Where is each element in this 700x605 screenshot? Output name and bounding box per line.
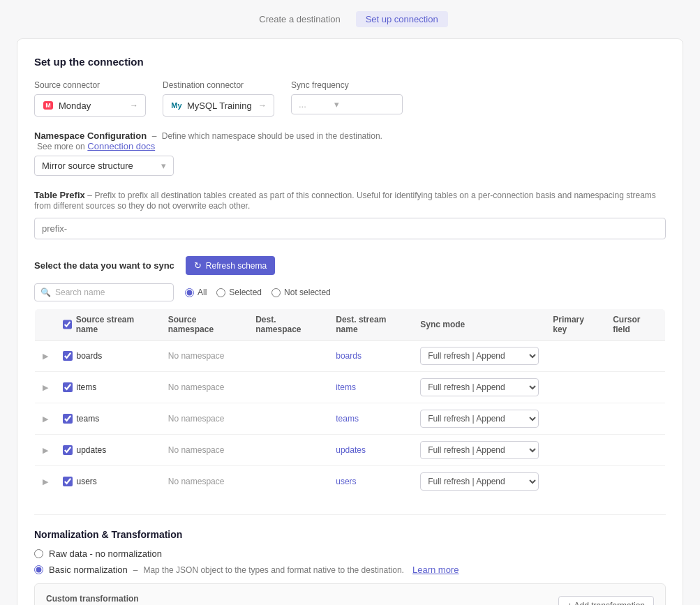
raw-data-option[interactable]: Raw data - no normalization xyxy=(34,548,666,559)
th-sync-mode: Sync mode xyxy=(413,309,546,341)
stream-name-2: teams xyxy=(77,414,100,424)
mysql-icon: My xyxy=(170,99,183,112)
stream-name-0: boards xyxy=(77,351,103,361)
source-namespace-3: No namespace xyxy=(161,435,248,466)
basic-normalization-radio[interactable] xyxy=(34,565,43,574)
source-connector-block: Source connector M Monday → xyxy=(34,80,146,117)
add-transformation-button[interactable]: + Add transformation xyxy=(558,596,654,606)
destination-connector-selector[interactable]: My MySQL Training → xyxy=(163,94,274,117)
primary-key-1 xyxy=(546,372,606,403)
source-arrow-icon: → xyxy=(130,100,138,110)
stream-checkbox-3[interactable] xyxy=(63,445,73,455)
cursor-field-2 xyxy=(606,403,665,435)
namespace-config-dash: – xyxy=(152,131,159,141)
th-source-stream-label: Source stream name xyxy=(76,315,154,334)
row-expander-4[interactable]: ▶ xyxy=(43,477,48,486)
namespace-chevron: ▾ xyxy=(161,160,166,171)
streams-table-body: ▶ boards No namespace boards Full refres… xyxy=(35,341,666,498)
filter-all[interactable]: All xyxy=(185,287,207,297)
search-box[interactable]: 🔍 xyxy=(34,283,174,301)
sync-frequency-chevron: ▾ xyxy=(334,99,339,110)
dest-namespace-2 xyxy=(248,403,329,435)
sync-frequency-label: Sync frequency xyxy=(291,80,403,90)
refresh-icon: ↻ xyxy=(194,260,202,271)
filter-selected-label: Selected xyxy=(229,287,262,297)
filter-not-selected-radio[interactable] xyxy=(271,288,281,297)
raw-data-label: Raw data - no normalization xyxy=(49,548,162,559)
namespace-see-more: See more on xyxy=(37,142,85,151)
stream-name-4: users xyxy=(77,477,97,486)
sync-frequency-selector[interactable]: ... ▾ xyxy=(291,94,403,114)
select-data-header: Select the data you want to sync ↻ Refre… xyxy=(34,256,666,275)
nav-setup-connection[interactable]: Set up connection xyxy=(356,11,448,27)
refresh-schema-button[interactable]: ↻ Refresh schema xyxy=(186,256,275,275)
streams-table-header: Source stream name Source namespace Dest… xyxy=(35,309,666,341)
cursor-field-1 xyxy=(606,372,665,403)
namespace-config-desc: Define which namespace should be used in… xyxy=(162,131,382,141)
learn-more-link[interactable]: Learn more xyxy=(412,565,459,575)
namespace-docs-link[interactable]: Connection docs xyxy=(87,141,155,151)
basic-normalization-option[interactable]: Basic normalization – Map the JSON objec… xyxy=(34,565,666,575)
dest-namespace-1 xyxy=(248,372,329,403)
select-all-checkbox[interactable] xyxy=(63,320,72,329)
select-data-title: Select the data you want to sync xyxy=(34,260,174,271)
sync-mode-select-1[interactable]: Full refresh | Append xyxy=(420,378,539,396)
dest-stream-name-1: items xyxy=(329,372,413,403)
source-namespace-1: No namespace xyxy=(161,372,248,403)
destination-connector-name: MySQL Training xyxy=(187,100,254,111)
card-title: Set up the connection xyxy=(34,56,666,68)
namespace-title-row: Namespace Configuration – Define which n… xyxy=(34,130,666,151)
dest-stream-name-0: boards xyxy=(329,341,413,372)
stream-checkbox-4[interactable] xyxy=(63,477,73,486)
normalization-section: Normalization & Transformation Raw data … xyxy=(34,514,666,605)
cursor-field-4 xyxy=(606,466,665,498)
nav-create-destination[interactable]: Create a destination xyxy=(252,11,347,27)
sync-mode-select-4[interactable]: Full refresh | Append xyxy=(420,472,539,491)
filter-selected[interactable]: Selected xyxy=(216,287,262,297)
custom-transform-title: Custom transformation xyxy=(46,594,150,604)
dest-stream-name-4: users xyxy=(329,466,413,498)
basic-normalization-label: Basic normalization xyxy=(49,565,128,575)
stream-checkbox-1[interactable] xyxy=(63,382,73,392)
main-card: Set up the connection Source connector M… xyxy=(17,38,683,605)
dest-stream-name-2: teams xyxy=(329,403,413,435)
stream-checkbox-2[interactable] xyxy=(63,414,73,424)
cursor-field-3 xyxy=(606,435,665,466)
basic-normalization-desc: Map the JSON object to the types and for… xyxy=(143,565,404,575)
dest-namespace-3 xyxy=(248,435,329,466)
dest-stream-name-3: updates xyxy=(329,435,413,466)
source-connector-label: Source connector xyxy=(34,80,146,90)
namespace-selector[interactable]: Mirror source structure ▾ xyxy=(34,156,174,176)
sync-mode-select-0[interactable]: Full refresh | Append xyxy=(420,347,539,365)
source-namespace-2: No namespace xyxy=(161,403,248,435)
row-expander-2[interactable]: ▶ xyxy=(43,414,48,423)
source-connector-selector[interactable]: M Monday → xyxy=(34,94,146,117)
raw-data-radio[interactable] xyxy=(34,549,43,558)
table-prefix-input[interactable] xyxy=(34,218,666,239)
filter-selected-radio[interactable] xyxy=(216,288,225,297)
table-prefix-label: Table Prefix – Prefix to prefix all dest… xyxy=(34,190,666,211)
sync-mode-select-2[interactable]: Full refresh | Append xyxy=(420,410,539,428)
destination-connector-block: Destination connector My MySQL Training … xyxy=(163,80,274,117)
sync-mode-select-3[interactable]: Full refresh | Append xyxy=(420,441,539,459)
search-input[interactable] xyxy=(55,287,167,297)
row-expander-3[interactable]: ▶ xyxy=(43,446,48,454)
th-source-stream: Source stream name xyxy=(56,309,161,341)
streams-table: Source stream name Source namespace Dest… xyxy=(34,308,666,498)
sync-frequency-value: ... xyxy=(299,99,306,110)
filter-not-selected[interactable]: Not selected xyxy=(271,287,331,297)
refresh-schema-label: Refresh schema xyxy=(206,261,267,271)
table-row: ▶ updates No namespace updates Full refr… xyxy=(35,435,666,466)
row-expander-0[interactable]: ▶ xyxy=(43,352,48,360)
stream-checkbox-0[interactable] xyxy=(63,351,73,361)
custom-transform-box: Custom transformation No custom transfor… xyxy=(34,583,666,605)
monday-icon: M xyxy=(42,99,54,112)
row-expander-1[interactable]: ▶ xyxy=(43,383,48,391)
th-dest-namespace: Dest. namespace xyxy=(248,309,329,341)
dest-namespace-4 xyxy=(248,466,329,498)
destination-connector-label: Destination connector xyxy=(163,80,274,90)
table-row: ▶ items No namespace items Full refresh … xyxy=(35,372,666,403)
basic-normalization-sep: – xyxy=(133,565,138,575)
select-data-section: Select the data you want to sync ↻ Refre… xyxy=(34,256,666,498)
filter-all-radio[interactable] xyxy=(185,288,194,297)
